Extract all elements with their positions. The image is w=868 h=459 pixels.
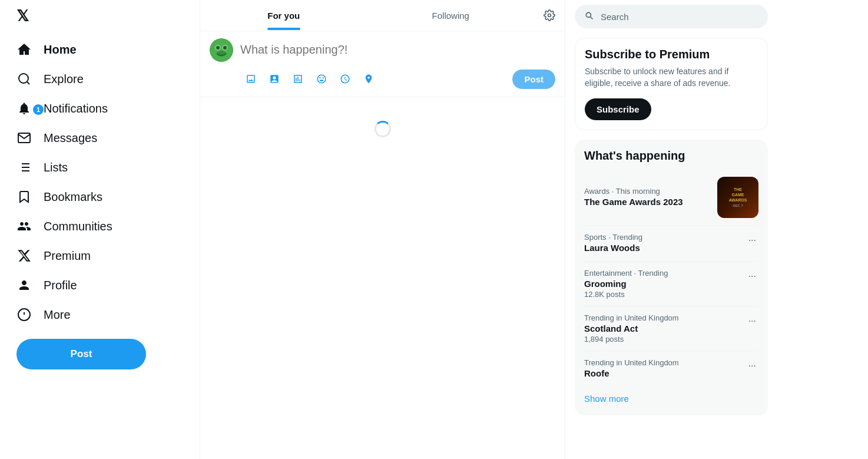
compose-toolbar: Post <box>240 68 555 90</box>
game-awards-image: THEGAMEAWARDS DEC 7 <box>717 177 758 218</box>
trend-item-game-awards[interactable]: Awards · This morning The Game Awards 20… <box>584 170 758 225</box>
svg-point-11 <box>548 14 551 17</box>
trend-name: Scotland Act <box>584 323 746 333</box>
sidebar-item-label-communities: Communities <box>44 220 112 233</box>
svg-point-12 <box>210 38 233 62</box>
trend-count: 12.8K posts <box>584 290 746 299</box>
trend-name: The Game Awards 2023 <box>584 197 717 207</box>
trend-name: Laura Woods <box>584 243 746 253</box>
tab-for-you[interactable]: For you <box>200 1 367 30</box>
premium-icon <box>16 248 32 263</box>
trend-item-laura-woods[interactable]: Sports · Trending Laura Woods ··· <box>584 226 758 261</box>
main-content: For you Following <box>200 0 565 459</box>
sidebar-item-more[interactable]: More <box>7 300 80 329</box>
gif-icon[interactable] <box>264 68 285 90</box>
sidebar-item-label-premium: Premium <box>44 249 91 263</box>
svg-point-0 <box>19 74 28 83</box>
loading-spinner <box>375 121 391 137</box>
trend-item-left: Trending in United Kingdom Scotland Act … <box>584 313 746 344</box>
trend-item-left: Trending in United Kingdom Roofe <box>584 358 746 379</box>
emoji-icon[interactable] <box>311 68 332 90</box>
post-button[interactable]: Post <box>16 339 146 369</box>
trend-more-icon[interactable]: ··· <box>746 233 758 248</box>
trend-category: Awards · This morning <box>584 187 717 196</box>
lists-icon <box>16 160 32 175</box>
trend-category: Entertainment · Trending <box>584 269 746 278</box>
compose-area: Post <box>200 31 565 97</box>
sidebar-item-communities[interactable]: Communities <box>7 212 122 241</box>
compose-input[interactable] <box>240 38 555 61</box>
premium-description: Subscribe to unlock new features and if … <box>585 66 758 89</box>
settings-icon[interactable] <box>534 0 565 31</box>
left-sidebar: 𝕏 HomeExplore1NotificationsMessagesLists… <box>0 0 200 459</box>
notifications-icon: 1 <box>16 101 32 116</box>
svg-line-1 <box>27 82 29 84</box>
sidebar-item-profile[interactable]: Profile <box>7 270 87 300</box>
location-icon[interactable] <box>358 68 379 90</box>
right-sidebar: Subscribe to Premium Subscribe to unlock… <box>565 0 777 459</box>
sidebar-item-notifications[interactable]: 1Notifications <box>7 94 117 123</box>
explore-icon <box>16 71 32 87</box>
search-bar <box>575 0 768 33</box>
sidebar-item-explore[interactable]: Explore <box>7 64 93 94</box>
compose-right: Post <box>240 38 555 90</box>
trend-item-roofe[interactable]: Trending in United Kingdom Roofe ··· <box>584 351 758 387</box>
subscribe-button[interactable]: Subscribe <box>585 98 651 120</box>
tab-following[interactable]: Following <box>367 1 535 30</box>
sidebar-item-label-more: More <box>44 308 71 322</box>
loading-area <box>200 97 565 161</box>
trend-more-icon[interactable]: ··· <box>746 269 758 284</box>
sidebar-item-bookmarks[interactable]: Bookmarks <box>7 182 112 212</box>
whats-happening-box: What's happening Awards · This morning T… <box>575 140 768 415</box>
whats-happening-title: What's happening <box>584 149 758 163</box>
trend-more-icon[interactable]: ··· <box>746 358 758 374</box>
trend-name: Roofe <box>584 368 746 378</box>
search-input-wrap[interactable] <box>575 5 768 28</box>
svg-point-15 <box>216 46 220 49</box>
search-icon <box>584 11 594 22</box>
trend-category: Trending in United Kingdom <box>584 358 746 367</box>
sidebar-item-label-profile: Profile <box>44 279 77 292</box>
trend-item-scotland-act[interactable]: Trending in United Kingdom Scotland Act … <box>584 306 758 351</box>
svg-point-16 <box>223 46 227 49</box>
trend-category: Trending in United Kingdom <box>584 313 746 322</box>
bookmarks-icon <box>16 189 32 204</box>
trend-item-left: Awards · This morning The Game Awards 20… <box>584 187 717 208</box>
sidebar-item-label-lists: Lists <box>44 161 68 174</box>
sidebar-item-label-explore: Explore <box>44 72 84 86</box>
sidebar-item-label-notifications: Notifications <box>44 102 108 115</box>
profile-icon <box>16 278 32 293</box>
sidebar-item-home[interactable]: Home <box>7 35 86 64</box>
trend-name: Grooming <box>584 279 746 289</box>
show-more-link[interactable]: Show more <box>584 387 758 406</box>
notification-badge: 1 <box>33 104 44 115</box>
image-upload-icon[interactable] <box>240 68 261 90</box>
sidebar-item-label-messages: Messages <box>44 131 97 145</box>
compose-post-button[interactable]: Post <box>512 70 555 89</box>
premium-box: Subscribe to Premium Subscribe to unlock… <box>575 38 768 130</box>
sidebar-item-label-home: Home <box>44 43 77 57</box>
trend-item-grooming[interactable]: Entertainment · Trending Grooming 12.8K … <box>584 262 758 306</box>
tabs-header: For you Following <box>200 0 565 31</box>
user-avatar <box>210 38 233 62</box>
trend-category: Sports · Trending <box>584 233 746 242</box>
home-icon <box>16 42 32 57</box>
sidebar-item-premium[interactable]: Premium <box>7 241 100 270</box>
messages-icon <box>16 130 32 146</box>
x-logo[interactable]: 𝕏 <box>7 0 193 32</box>
trend-count: 1,894 posts <box>584 335 746 344</box>
search-input[interactable] <box>601 12 758 22</box>
more-icon <box>16 307 32 322</box>
poll-icon[interactable] <box>287 68 309 90</box>
trend-item-left: Entertainment · Trending Grooming 12.8K … <box>584 269 746 299</box>
sidebar-item-messages[interactable]: Messages <box>7 123 107 153</box>
toolbar-icons <box>240 68 379 90</box>
communities-icon <box>16 219 32 234</box>
schedule-icon[interactable] <box>334 68 356 90</box>
sidebar-item-label-bookmarks: Bookmarks <box>44 190 102 204</box>
trend-more-icon[interactable]: ··· <box>746 313 758 329</box>
sidebar-item-lists[interactable]: Lists <box>7 153 77 182</box>
premium-title: Subscribe to Premium <box>585 48 758 61</box>
trend-item-left: Sports · Trending Laura Woods <box>584 233 746 254</box>
